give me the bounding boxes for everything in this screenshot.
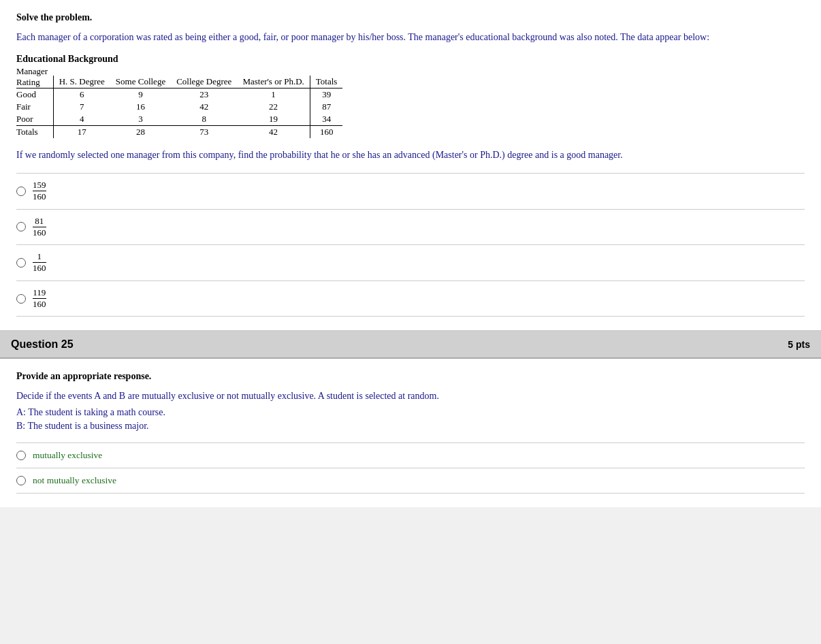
q25-pts: 5 pts bbox=[788, 339, 810, 350]
row-poor-mp: 19 bbox=[237, 113, 310, 126]
q25-title: Question 25 bbox=[11, 338, 74, 351]
q25-header: Question 25 5 pts bbox=[0, 332, 821, 359]
q25-option-1[interactable]: mutually exclusive bbox=[16, 442, 805, 468]
row-fair-hs: 7 bbox=[53, 101, 110, 113]
row-poor-sc: 3 bbox=[110, 113, 171, 126]
row-totals-cd: 73 bbox=[171, 126, 237, 139]
row-good-cd: 23 bbox=[171, 88, 237, 101]
q25-option-1-label: mutually exclusive bbox=[33, 450, 102, 461]
numerator-4: 119 bbox=[33, 288, 46, 299]
q25-option-2[interactable]: not mutually exclusive bbox=[16, 468, 805, 494]
col-cd: College Degree bbox=[171, 76, 237, 88]
radio-1[interactable] bbox=[16, 187, 26, 196]
fraction-3: 1 160 bbox=[33, 252, 46, 274]
denominator-3: 160 bbox=[33, 263, 46, 273]
row-fair-mp: 22 bbox=[237, 101, 310, 113]
provide-label: Provide an appropriate response. bbox=[16, 371, 805, 382]
solve-label: Solve the problem. bbox=[16, 12, 805, 23]
radio-3[interactable] bbox=[16, 258, 26, 268]
row-totals-label: Totals bbox=[16, 126, 53, 139]
col-hs: H. S. Degree bbox=[53, 76, 110, 88]
row-good-sc: 9 bbox=[110, 88, 171, 101]
fraction-4: 119 160 bbox=[33, 288, 46, 310]
col-sc: Some College bbox=[110, 76, 171, 88]
problem-text: Each manager of a corporation was rated … bbox=[16, 30, 805, 44]
radio-2[interactable] bbox=[16, 222, 26, 231]
denominator-4: 160 bbox=[33, 299, 46, 309]
row-good-total: 39 bbox=[310, 88, 342, 101]
option-4[interactable]: 119 160 bbox=[16, 280, 805, 317]
fraction-1: 159 160 bbox=[33, 180, 46, 202]
q25-option-2-label: not mutually exclusive bbox=[33, 475, 116, 486]
option-3[interactable]: 1 160 bbox=[16, 244, 805, 280]
numerator-3: 1 bbox=[33, 252, 46, 263]
radio-4[interactable] bbox=[16, 294, 26, 304]
denominator-1: 160 bbox=[33, 191, 46, 202]
row-good-hs: 6 bbox=[53, 88, 110, 101]
row-totals-hs: 17 bbox=[53, 126, 110, 139]
row-fair-total: 87 bbox=[310, 101, 342, 113]
denominator-2: 160 bbox=[33, 227, 46, 238]
option-1[interactable]: 159 160 bbox=[16, 173, 805, 209]
row-fair-label: Fair bbox=[16, 101, 53, 113]
numerator-1: 159 bbox=[33, 180, 46, 191]
q25-radio-1[interactable] bbox=[16, 451, 26, 460]
row-totals-sc: 28 bbox=[110, 126, 171, 139]
row-totals-total: 160 bbox=[310, 126, 342, 139]
edu-background-title: Educational Background bbox=[16, 54, 805, 65]
event-a: A: The student is taking a math course. bbox=[16, 407, 805, 418]
rating-label: Rating bbox=[16, 76, 53, 88]
row-good-mp: 1 bbox=[237, 88, 310, 101]
decide-text: Decide if the events A and B are mutuall… bbox=[16, 389, 805, 404]
col-mp: Master's or Ph.D. bbox=[237, 76, 310, 88]
q25-radio-2[interactable] bbox=[16, 476, 26, 485]
row-poor-cd: 8 bbox=[171, 113, 237, 126]
row-good-label: Good bbox=[16, 88, 53, 101]
row-poor-total: 34 bbox=[310, 113, 342, 126]
manager-label: Manager bbox=[16, 66, 53, 76]
option-2[interactable]: 81 160 bbox=[16, 209, 805, 245]
col-totals: Totals bbox=[310, 76, 342, 88]
row-totals-mp: 42 bbox=[237, 126, 310, 139]
row-fair-cd: 42 bbox=[171, 101, 237, 113]
row-poor-hs: 4 bbox=[53, 113, 110, 126]
row-poor-label: Poor bbox=[16, 113, 53, 126]
data-table: Manager Rating H. S. Degree Some College… bbox=[16, 66, 342, 138]
fraction-2: 81 160 bbox=[33, 216, 46, 238]
probability-question: If we randomly selected one manager from… bbox=[16, 148, 805, 162]
event-b: B: The student is a business major. bbox=[16, 421, 805, 432]
row-fair-sc: 16 bbox=[110, 101, 171, 113]
numerator-2: 81 bbox=[33, 216, 46, 227]
